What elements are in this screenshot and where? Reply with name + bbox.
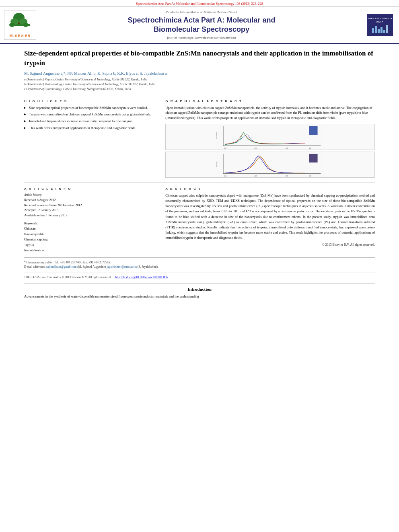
journal-title-block: Contents lists available at SciVerse Sci… xyxy=(40,10,363,40)
highlights-section: H I G H L I G H T S Size dependent optic… xyxy=(24,99,157,178)
logo-bar-1 xyxy=(372,28,374,33)
highlights-list: Size dependent optical properties of bio… xyxy=(24,105,157,131)
divider-2 xyxy=(24,183,375,183)
introduction-text: Advancements in the synthesis of water-d… xyxy=(24,294,375,299)
issn-text: 1386-1425/$ - see front matter © 2013 El… xyxy=(24,275,111,279)
keyword-biocompatible: Bio-compatible xyxy=(24,232,157,237)
journal-header: ELSEVIER Contents lists available at Sci… xyxy=(0,7,399,44)
corresponding-text: * Corresponding author. Tel.: +91 484 25… xyxy=(24,261,111,264)
doi-link[interactable]: http://dx.doi.org/10.1016/j.saa.2013.01.… xyxy=(115,275,168,279)
copyright-line: © 2013 Elsevier B.V. All rights reserved… xyxy=(165,243,375,246)
svg-text:600: 600 xyxy=(309,175,312,177)
email-label: E-mail addresses: xyxy=(24,265,45,269)
introduction-section: Introduction Advancements in the synthes… xyxy=(24,283,375,299)
logo-bar-6 xyxy=(386,25,388,33)
affiliation-a: a Department of Physics, Cochin Universi… xyxy=(24,77,375,82)
highlight-item-1: Size dependent optical properties of bio… xyxy=(24,105,157,111)
logo-bars xyxy=(372,25,388,33)
elsevier-wordmark: ELSEVIER xyxy=(6,34,34,38)
affiliation-b: b Department of Biotechnology, Cochin Un… xyxy=(24,82,375,87)
citation-text: Spectrochimica Acta Part A: Molecular an… xyxy=(136,2,263,6)
email-name-1: (M. Sajimol Augustine) xyxy=(77,265,106,269)
available-date: Available online 1 February 2013 xyxy=(24,213,157,218)
highlight-item-2: Trypsin was immobilised on chitosan capp… xyxy=(24,112,157,117)
svg-text:Absorbance: Absorbance xyxy=(216,132,218,140)
svg-rect-10 xyxy=(309,126,318,135)
keyword-chemical: Chemical capping xyxy=(24,237,157,242)
article-history-label: Article history: xyxy=(24,193,157,197)
highlight-item-3: Immobilised trypsin shows increase in it… xyxy=(24,119,157,124)
divider-intro xyxy=(24,283,375,283)
pl-chart-svg: 350 400 500 600 Intensity xyxy=(166,152,374,177)
article-title: Size-dependent optical properties of bio… xyxy=(24,49,375,68)
graphical-abstract-images: 300 350 400 450 Absorbance xyxy=(165,124,375,178)
chart-uvvis: 300 350 400 450 Absorbance xyxy=(165,124,375,150)
graphical-abstract-section: G R A P H I C A L A B S T R A C T Upon i… xyxy=(165,99,375,178)
affiliation-c: c Department of Biotechnology, Calicut U… xyxy=(24,87,375,92)
email-link-2[interactable]: jayalekshmi@cusat.ac.in xyxy=(107,265,137,269)
introduction-title: Introduction xyxy=(24,287,375,292)
highlights-label: H I G H L I G H T S xyxy=(24,99,157,103)
received-revised-date: Received in revised form 28 December 201… xyxy=(24,203,157,208)
spectro-logo-text2: ACTA xyxy=(376,20,383,23)
elsevier-tree-icon xyxy=(8,12,32,32)
info-abstract-section: A R T I C L E I N F O Article history: R… xyxy=(24,187,375,253)
sciverse-line: Contents lists available at SciVerse Sci… xyxy=(40,10,363,14)
footer-legal: 1386-1425/$ - see front matter © 2013 El… xyxy=(24,273,375,279)
svg-point-6 xyxy=(23,23,29,27)
graphical-abstract-text: Upon immobilisation with chitosan capped… xyxy=(165,105,375,121)
chart-pl: 350 400 500 600 Intensity xyxy=(165,152,375,178)
email-addresses: E-mail addresses: sajimollazar@gmail.com… xyxy=(24,265,375,269)
svg-text:350: 350 xyxy=(224,175,226,177)
svg-text:450: 450 xyxy=(309,148,312,149)
highlight-item-4: This work offers prospects of applicatio… xyxy=(24,125,157,131)
email-link-1[interactable]: sajimollazar@gmail.com xyxy=(46,265,76,269)
elsevier-logo: ELSEVIER xyxy=(4,10,36,40)
keywords-section: Keywords: Chitosan Bio-compatible Chemic… xyxy=(24,222,157,253)
keyword-chitosan: Chitosan xyxy=(24,226,157,232)
authors-line: M. Sajimol Augustine a,*, P.P. Manzur Al… xyxy=(24,71,375,76)
spectro-logo-block: SPECTROCHIMICA ACTA xyxy=(367,14,395,36)
svg-text:400: 400 xyxy=(286,148,288,149)
graphical-abstract-label: G R A P H I C A L A B S T R A C T xyxy=(165,99,375,103)
email-name-2: (S. Jayalekshmi). xyxy=(138,265,158,269)
uvvis-chart-svg: 300 350 400 450 Absorbance xyxy=(166,124,374,150)
keywords-list: Chitosan Bio-compatible Chemical capping… xyxy=(24,226,157,253)
logo-bar-3 xyxy=(378,29,380,33)
highlights-graphical-section: H I G H L I G H T S Size dependent optic… xyxy=(24,99,375,178)
abstract-section: A B S T R A C T Chitosan capped zinc sul… xyxy=(165,187,375,253)
journal-citation: Spectrochimica Acta Part A: Molecular an… xyxy=(0,0,399,7)
article-info-label: A R T I C L E I N F O xyxy=(24,187,157,191)
journal-homepage: journal homepage: www.elsevier.com/locat… xyxy=(40,36,363,39)
accepted-date: Accepted 18 January 2013 xyxy=(24,208,157,213)
keyword-immobilisation: Immobilisation xyxy=(24,248,157,253)
footnotes-section: * Corresponding author. Tel.: +91 484 25… xyxy=(24,257,375,269)
divider-1 xyxy=(24,96,375,96)
spectro-logo-text1: SPECTROCHIMICA xyxy=(368,17,393,20)
svg-text:350: 350 xyxy=(255,148,257,149)
article-info: A R T I C L E I N F O Article history: R… xyxy=(24,187,157,253)
svg-text:400: 400 xyxy=(255,175,257,177)
svg-point-5 xyxy=(9,23,15,27)
spectro-logo: SPECTROCHIMICA ACTA xyxy=(367,14,393,36)
doi-text: http://dx.doi.org/10.1016/j.saa.2013.01.… xyxy=(115,275,168,279)
article-content: Size-dependent optical properties of bio… xyxy=(0,44,399,303)
keywords-label: Keywords: xyxy=(24,222,157,225)
svg-text:500: 500 xyxy=(286,175,288,177)
svg-text:300: 300 xyxy=(224,148,226,149)
keyword-trypsin: Trypsin xyxy=(24,242,157,248)
affiliations: a Department of Physics, Cochin Universi… xyxy=(24,77,375,92)
journal-main-title: Spectrochimica Acta Part A: Molecular an… xyxy=(40,16,363,35)
article-history: Received 8 August 2012 Received in revis… xyxy=(24,198,157,218)
logo-bar-2 xyxy=(375,26,377,33)
svg-text:Intensity: Intensity xyxy=(216,162,218,167)
abstract-text: Chitosan capped zinc sulphide nanocrysta… xyxy=(165,193,375,241)
logo-bar-4 xyxy=(380,27,383,33)
abstract-label: A B S T R A C T xyxy=(165,187,375,191)
received-date: Received 8 August 2012 xyxy=(24,198,157,203)
svg-rect-19 xyxy=(309,154,318,162)
logo-bar-5 xyxy=(383,30,385,33)
corresponding-author: * Corresponding author. Tel.: +91 484 25… xyxy=(24,260,375,265)
